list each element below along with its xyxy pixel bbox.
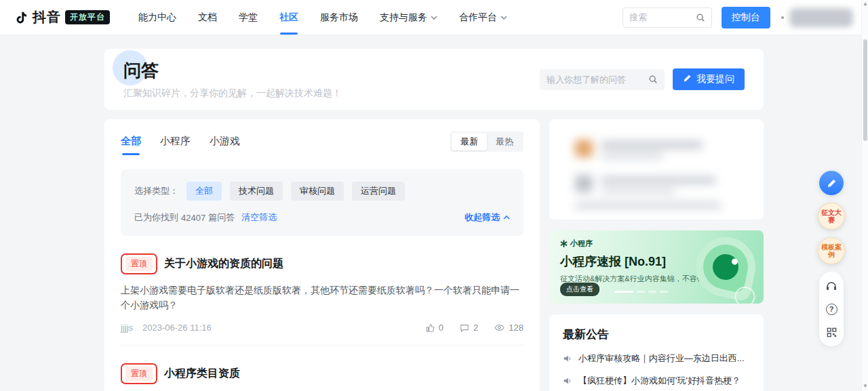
speaker-icon bbox=[563, 376, 572, 386]
sort-hottest[interactable]: 最热 bbox=[487, 133, 522, 150]
template-case-badge[interactable]: 模板案例 bbox=[818, 237, 845, 264]
qa-hero: 问答 汇聚知识碎片，分享你的见解，一起解决技术难题！ 我要提问 bbox=[104, 49, 764, 110]
nav-item-school[interactable]: 学堂 bbox=[239, 12, 258, 24]
page-title: 问答 bbox=[123, 59, 342, 83]
qrcode-icon[interactable] bbox=[825, 326, 837, 338]
result-suffix: 篇问答 bbox=[208, 211, 235, 224]
question-author: jjjjs bbox=[121, 323, 133, 333]
comment-stat[interactable]: 2 bbox=[460, 323, 478, 333]
chevron-down-icon bbox=[431, 16, 437, 20]
tab-all[interactable]: 全部 bbox=[121, 135, 141, 149]
page-subtitle: 汇聚知识碎片，分享你的见解，一起解决技术难题！ bbox=[123, 87, 342, 100]
result-prefix: 已为你找到 bbox=[134, 211, 178, 224]
question-item: 置顶 关于小游戏的资质的问题 上架小游戏需要电子版软著还是纸质版软著，其他环节还… bbox=[121, 236, 524, 345]
utility-pill: ? bbox=[819, 272, 844, 346]
clear-filter-link[interactable]: 清空筛选 bbox=[241, 211, 277, 224]
nav-item-service-market[interactable]: 服务市场 bbox=[320, 12, 358, 24]
sort-newest[interactable]: 最新 bbox=[452, 133, 487, 150]
eye-illustration bbox=[690, 232, 761, 302]
comment-icon bbox=[460, 323, 469, 333]
brand-badge: 开放平台 bbox=[65, 10, 110, 24]
filter-chip-all[interactable]: 全部 bbox=[186, 182, 222, 201]
essay-contest-badge[interactable]: 征文大赛 bbox=[818, 203, 845, 230]
write-post-fab[interactable] bbox=[819, 171, 844, 195]
brand-name: 抖音 bbox=[33, 8, 61, 26]
thumbs-up-icon bbox=[425, 323, 435, 333]
tab-miniprogram[interactable]: 小程序 bbox=[160, 135, 191, 149]
tab-minigame[interactable]: 小游戏 bbox=[210, 135, 240, 149]
ask-question-button[interactable]: 我要提问 bbox=[673, 68, 745, 90]
like-stat[interactable]: 0 bbox=[425, 323, 443, 333]
result-count: 42407 bbox=[181, 213, 205, 223]
promo-card-blurred[interactable] bbox=[549, 119, 764, 220]
banner-view-button[interactable]: 点击查看 bbox=[560, 283, 599, 296]
scrollbar-thumb[interactable] bbox=[863, 39, 867, 141]
nav-item-docs[interactable]: 文档 bbox=[198, 12, 217, 24]
banner-carousel-dots[interactable] bbox=[614, 291, 668, 293]
floating-action-rail: 征文大赛 模板案例 ? bbox=[818, 171, 845, 346]
nav-item-capability[interactable]: 能力中心 bbox=[138, 12, 176, 24]
douyin-note-icon bbox=[15, 11, 28, 24]
question-title[interactable]: 关于小游戏的资质的问题 bbox=[164, 257, 283, 271]
miniprogram-express-banner[interactable]: 小程序 小程序速报 [No.91] 征文活动&解决方案&行业内容集锦，不容错过！… bbox=[549, 230, 764, 304]
right-sidebar: 小程序 小程序速报 [No.91] 征文活动&解决方案&行业内容集锦，不容错过！… bbox=[549, 119, 764, 391]
filter-chip-tech[interactable]: 技术问题 bbox=[230, 182, 283, 201]
announcement-item[interactable]: 小程序审核攻略｜内容行业—东边日出西... bbox=[563, 352, 750, 365]
top-navbar: 抖音 开放平台 能力中心 文档 学堂 社区 服务市场 支持与服务 合作平台 控制… bbox=[0, 0, 868, 35]
scrollbar[interactable]: ▲ ▼ bbox=[861, 0, 868, 391]
search-icon[interactable] bbox=[696, 13, 705, 22]
filter-chip-operation[interactable]: 运营问题 bbox=[352, 182, 405, 201]
speaker-icon bbox=[563, 354, 572, 363]
help-icon[interactable]: ? bbox=[825, 303, 837, 315]
blurred-content bbox=[549, 119, 764, 220]
nav-item-community[interactable]: 社区 bbox=[279, 12, 298, 24]
pencil-icon bbox=[827, 178, 837, 188]
console-button[interactable]: 控制台 bbox=[722, 7, 770, 28]
chevron-up-icon bbox=[503, 215, 510, 220]
main-nav: 能力中心 文档 学堂 社区 服务市场 支持与服务 合作平台 bbox=[138, 12, 507, 24]
announcement-item[interactable]: 【疯狂梗传】小游戏如何'玩'好抖音热梗？ bbox=[563, 375, 750, 387]
eye-icon bbox=[494, 323, 505, 333]
qa-search-input[interactable] bbox=[547, 75, 644, 85]
filter-type-label: 选择类型： bbox=[134, 185, 178, 197]
announcements-title: 最新公告 bbox=[563, 327, 750, 342]
nav-item-support[interactable]: 支持与服务 bbox=[380, 12, 437, 24]
question-body: 上架小游戏需要电子版软著还是纸质版软著，其他环节还需要纸质软著吗？一个软著只能申… bbox=[121, 283, 524, 312]
filter-chip-review[interactable]: 审核问题 bbox=[291, 182, 344, 201]
question-item: 置顶 小程序类目资质 入驻平台的主体没有《互联网出版许可证》或《网络出版服务许可… bbox=[121, 345, 524, 391]
announcements-card: 最新公告 小程序审核攻略｜内容行业—东边日出西... 【疯狂梗传】小游戏如何'玩… bbox=[549, 314, 764, 391]
annotation-highlight: 置顶 bbox=[121, 363, 157, 384]
scroll-down-arrow[interactable]: ▼ bbox=[862, 384, 868, 389]
notification-dot bbox=[781, 16, 784, 19]
navbar-search-input[interactable] bbox=[629, 12, 692, 22]
pinned-badge: 置顶 bbox=[125, 257, 153, 271]
filter-panel: 选择类型： 全部 技术问题 审核问题 运营问题 已为你找到 42407 篇问答 … bbox=[121, 169, 524, 236]
search-icon[interactable] bbox=[648, 75, 658, 84]
pencil-icon bbox=[683, 74, 692, 85]
sort-segment: 最新 最热 bbox=[450, 131, 524, 152]
user-avatar[interactable] bbox=[789, 8, 853, 27]
qa-search bbox=[540, 69, 665, 90]
annotation-highlight: 置顶 bbox=[121, 253, 157, 274]
douyin-logo[interactable]: 抖音 开放平台 bbox=[15, 8, 110, 26]
navbar-search bbox=[623, 7, 712, 28]
scroll-up-arrow[interactable]: ▲ bbox=[862, 1, 868, 7]
customer-service-icon[interactable] bbox=[825, 280, 837, 292]
pinned-badge: 置顶 bbox=[125, 367, 153, 381]
question-date: 2023-06-26 11:16 bbox=[142, 323, 212, 333]
chevron-down-icon bbox=[500, 16, 507, 20]
question-title[interactable]: 小程序类目资质 bbox=[164, 367, 240, 381]
views-stat: 128 bbox=[494, 323, 524, 333]
collapse-filter-link[interactable]: 收起筛选 bbox=[465, 211, 510, 224]
nav-item-partner[interactable]: 合作平台 bbox=[459, 12, 507, 24]
asterisk-icon bbox=[560, 240, 568, 247]
qa-list-card: 全部 小程序 小游戏 最新 最热 选择类型： 全部 技术问题 审核问题 运营问题… bbox=[104, 119, 540, 391]
